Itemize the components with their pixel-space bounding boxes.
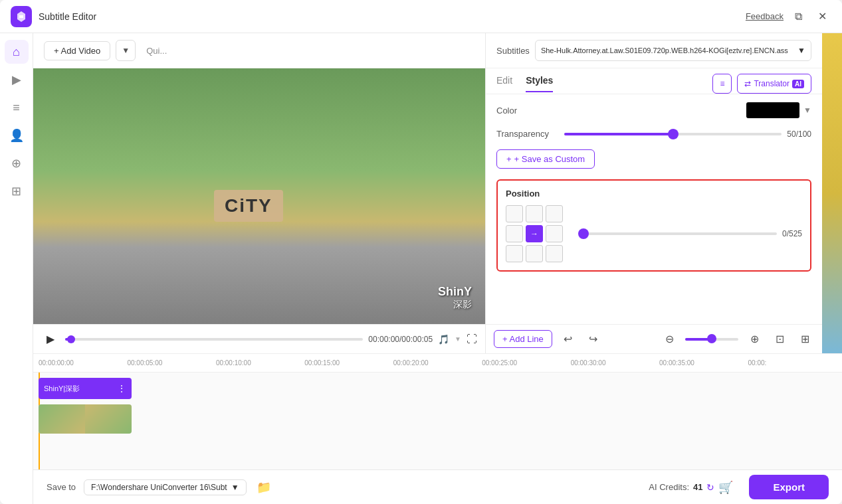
add-line-label: + Add Line	[502, 334, 544, 344]
sidebar-home-button[interactable]: ⌂	[5, 40, 29, 64]
ruler-mark-2: 00:00:10:00	[216, 359, 304, 367]
redo-button[interactable]: ↪	[584, 330, 603, 349]
list-icon: ≡	[720, 79, 724, 88]
city-sign: CiTY	[214, 190, 283, 222]
content-area: + Add Video ▼ Qui... CiTY ShinY 深影	[33, 33, 842, 504]
subtitle-dropdown-arrow: ▼	[797, 46, 805, 55]
panel-tools: ≡ ⇄ Translator AI	[712, 74, 811, 94]
ruler-mark-8: 00:00:	[748, 359, 837, 367]
ai-badge: AI	[792, 80, 804, 88]
timeline-ruler: 00:00:00:00 00:00:05:00 00:00:10:00 00:0…	[33, 354, 842, 373]
transparency-row: Transparency 50/100	[496, 129, 811, 139]
add-video-button[interactable]: + Add Video	[44, 41, 110, 60]
transparency-slider[interactable]	[564, 133, 782, 135]
transparency-slider-container: 50/100	[564, 129, 811, 139]
zoom-out-button[interactable]: ⊖	[660, 330, 679, 349]
pos-top-right[interactable]	[546, 205, 563, 222]
ai-credits: AI Credits: 41 ↻ 🛒	[649, 480, 733, 495]
subtitle-selector: Subtitles She-Hulk.Attorney.at.Law.S01E0…	[486, 33, 822, 68]
pos-mid-right[interactable]	[546, 225, 563, 242]
list-view-button[interactable]: ≡	[712, 74, 732, 94]
play-button[interactable]: ▶	[41, 330, 60, 349]
ruler-mark-5: 00:00:25:00	[482, 359, 570, 367]
video-toolbar: + Add Video ▼ Qui...	[33, 33, 485, 68]
waveform-dropdown[interactable]: ▼	[455, 335, 461, 343]
cart-button[interactable]: 🛒	[718, 480, 733, 495]
open-folder-button[interactable]: 📁	[255, 478, 273, 497]
waveform-icon[interactable]: 🎵	[438, 334, 449, 345]
title-bar-left: Subtitle Editor	[11, 6, 96, 27]
translate-icon: ⇄	[744, 79, 751, 88]
sidebar-more-button[interactable]: ⊞	[5, 179, 29, 203]
save-path-selector[interactable]: F:\Wondershare UniConverter 16\Subt ▼	[84, 479, 246, 495]
video-thumb-1	[39, 404, 85, 434]
position-thumb[interactable]	[578, 228, 589, 239]
styles-panel: Color ▼ Transparency	[486, 94, 822, 324]
pos-mid-left[interactable]	[506, 225, 523, 242]
sidebar-users-button[interactable]: 👤	[5, 124, 29, 147]
color-swatch-container: ▼	[746, 102, 811, 118]
save-custom-label: + Save as Custom	[514, 154, 585, 164]
subtitle-filename: She-Hulk.Attorney.at.Law.S01E09.720p.WEB…	[541, 46, 788, 54]
fit-button[interactable]: ⊡	[770, 330, 789, 349]
ruler-mark-0: 00:00:00:00	[39, 359, 127, 367]
transparency-fill	[564, 133, 673, 135]
progress-bar[interactable]	[65, 338, 363, 341]
path-dropdown-arrow: ▼	[231, 483, 239, 492]
subtitle-file-dropdown[interactable]: She-Hulk.Attorney.at.Law.S01E09.720p.WEB…	[535, 40, 811, 61]
tab-edit[interactable]: Edit	[496, 75, 512, 92]
timeline-content: ShinY|深影 ⋮	[33, 373, 842, 469]
color-dropdown-arrow[interactable]: ▼	[803, 106, 811, 115]
sidebar-convert-button[interactable]: ⊕	[5, 151, 29, 175]
subtitle-track[interactable]: ShinY|深影 ⋮	[39, 378, 132, 399]
pos-top-left[interactable]	[506, 205, 523, 222]
subtitles-label: Subtitles	[496, 46, 530, 56]
export-button[interactable]: Export	[749, 475, 829, 499]
zoom-slider[interactable]	[685, 338, 738, 341]
ai-credits-label: AI Credits:	[649, 482, 689, 492]
position-slider-container: 0/525	[581, 229, 802, 238]
subtitle-cn: 深影	[438, 299, 472, 311]
transparency-thumb[interactable]	[668, 129, 679, 139]
color-swatch[interactable]	[746, 102, 799, 118]
pos-mid-center[interactable]: →	[526, 225, 543, 242]
pos-bot-right[interactable]	[546, 245, 563, 262]
translator-button[interactable]: ⇄ Translator AI	[737, 74, 811, 94]
undo-button[interactable]: ↩	[559, 330, 578, 349]
color-label: Color	[496, 106, 556, 116]
layout-button[interactable]: ⊞	[795, 330, 814, 349]
panel-tabs: Edit Styles ≡ ⇄ Translator AI	[486, 68, 822, 94]
tab-styles[interactable]: Styles	[526, 75, 553, 92]
zoom-in-button[interactable]: ⊕	[745, 330, 764, 349]
add-video-dropdown[interactable]: ▼	[116, 40, 136, 61]
zoom-thumb[interactable]	[707, 334, 716, 343]
ruler-mark-4: 00:00:20:00	[393, 359, 482, 367]
position-title: Position	[506, 189, 802, 199]
position-slider[interactable]	[581, 232, 777, 235]
add-line-button[interactable]: + Add Line	[494, 330, 552, 348]
add-video-label: + Add Video	[54, 46, 100, 56]
pos-bot-left[interactable]	[506, 245, 523, 262]
plus-icon: +	[506, 154, 512, 164]
pos-top-center[interactable]	[526, 205, 543, 222]
position-grid: →	[506, 205, 563, 262]
restore-button[interactable]: ⧉	[789, 7, 807, 26]
time-display: 00:00:00/00:00:05	[368, 335, 433, 344]
footer-bar: Save to F:\Wondershare UniConverter 16\S…	[33, 469, 842, 504]
close-button[interactable]: ✕	[813, 7, 831, 26]
sidebar-folder-button[interactable]: ▶	[5, 68, 29, 92]
app-title: Subtitle Editor	[39, 11, 96, 22]
top-section: + Add Video ▼ Qui... CiTY ShinY 深影	[33, 33, 842, 353]
save-custom-button[interactable]: + + Save as Custom	[496, 149, 595, 169]
sidebar-subtitles-button[interactable]: ≡	[5, 96, 29, 120]
color-row: Color ▼	[496, 102, 811, 118]
sidebar: ⌂ ▶ ≡ 👤 ⊕ ⊞	[0, 33, 33, 504]
translator-label: Translator	[754, 79, 789, 88]
track-menu-button[interactable]: ⋮	[117, 383, 126, 394]
fullscreen-button[interactable]: ⛶	[467, 333, 477, 345]
pos-bot-center[interactable]	[526, 245, 543, 262]
right-panel: Subtitles She-Hulk.Attorney.at.Law.S01E0…	[485, 33, 822, 353]
feedback-link[interactable]: Feedback	[746, 11, 784, 21]
refresh-credits-button[interactable]: ↻	[706, 482, 714, 493]
transparency-value: 50/100	[787, 129, 811, 139]
